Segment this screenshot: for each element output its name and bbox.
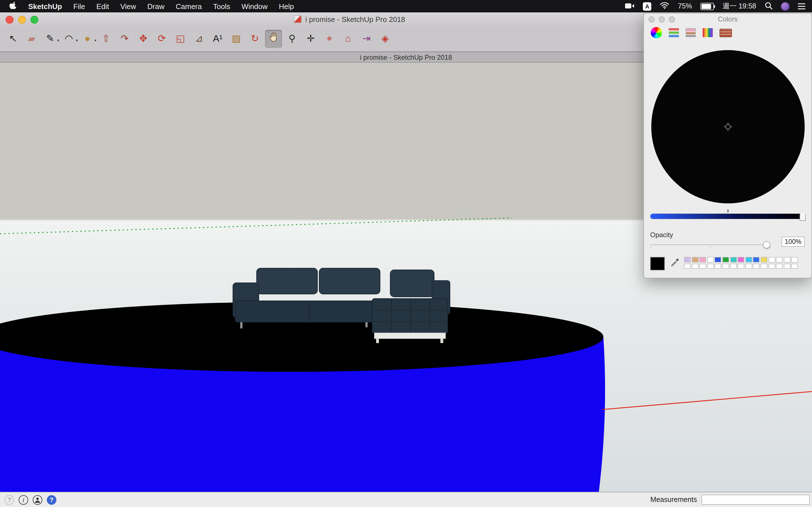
user-avatar[interactable] bbox=[781, 2, 790, 10]
color-wheel-tab-icon[interactable] bbox=[651, 27, 662, 38]
position-camera-tool[interactable]: ⌖ bbox=[321, 30, 338, 48]
color-swatch-2-7[interactable] bbox=[730, 263, 737, 269]
opacity-tick-left bbox=[650, 246, 651, 248]
color-swatch-2-15[interactable] bbox=[792, 263, 798, 269]
color-swatch-1-10[interactable] bbox=[753, 257, 760, 262]
color-swatch-1-5[interactable] bbox=[715, 257, 721, 262]
menu-file[interactable]: File bbox=[73, 2, 85, 10]
color-sliders-tab-icon[interactable] bbox=[669, 28, 679, 37]
arc-dropdown-caret[interactable]: ▾ bbox=[76, 38, 78, 43]
menu-camera[interactable]: Camera bbox=[175, 2, 202, 10]
scale-tool-icon: ◱ bbox=[176, 34, 185, 43]
color-swatch-2-3[interactable] bbox=[699, 263, 706, 269]
color-swatch-2-2[interactable] bbox=[692, 263, 698, 269]
3d-warehouse-tool[interactable]: ⌂ bbox=[340, 30, 356, 48]
push-pull-tool[interactable]: ⇧ bbox=[98, 30, 114, 48]
apple-icon[interactable] bbox=[9, 1, 17, 11]
color-swatch-1-1[interactable] bbox=[684, 257, 691, 262]
color-swatch-2-13[interactable] bbox=[776, 263, 783, 269]
orbit-tool[interactable]: ↻ bbox=[246, 30, 263, 48]
share-model-tool[interactable]: ◈ bbox=[377, 30, 394, 48]
menu-items: FileEditViewDrawCameraToolsWindowHelp bbox=[73, 2, 294, 10]
menu-view[interactable]: View bbox=[120, 2, 136, 10]
geolocation-help-icon[interactable]: ? bbox=[4, 495, 14, 504]
battery-icon[interactable] bbox=[700, 3, 714, 10]
eyedropper-icon[interactable] bbox=[669, 258, 679, 270]
opacity-slider-knob[interactable] bbox=[763, 241, 770, 248]
zoom-tool[interactable]: ⚲ bbox=[284, 30, 301, 48]
color-swatch-2-6[interactable] bbox=[722, 263, 729, 269]
select-tool[interactable]: ↖ bbox=[4, 30, 21, 48]
help-icon[interactable]: ? bbox=[47, 495, 56, 504]
opacity-slider[interactable] bbox=[650, 241, 770, 249]
current-color-well[interactable] bbox=[650, 257, 665, 270]
line-tool[interactable]: ✎▾ bbox=[42, 30, 59, 48]
color-swatch-1-15[interactable] bbox=[792, 257, 798, 262]
eraser-tool[interactable]: ▰ bbox=[23, 30, 40, 48]
color-swatch-1-14[interactable] bbox=[783, 257, 790, 262]
move-tool[interactable]: ✥ bbox=[135, 30, 152, 48]
textures-tab-icon[interactable] bbox=[719, 29, 732, 37]
colors-panel: Colors Opacity bbox=[644, 13, 812, 278]
menu-tools[interactable]: Tools bbox=[213, 2, 231, 10]
color-swatch-1-4[interactable] bbox=[707, 257, 714, 262]
follow-me-tool[interactable]: ↷ bbox=[116, 30, 133, 48]
menu-draw[interactable]: Draw bbox=[147, 2, 165, 10]
color-swatch-1-7[interactable] bbox=[730, 257, 737, 262]
paint-bucket-tool-icon: ▨ bbox=[232, 34, 241, 43]
wifi-icon[interactable] bbox=[660, 2, 669, 11]
distant-component-sprite[interactable] bbox=[462, 205, 472, 217]
measurements-input[interactable] bbox=[702, 495, 810, 505]
color-swatch-2-10[interactable] bbox=[753, 263, 760, 269]
brightness-slider[interactable] bbox=[650, 214, 805, 219]
color-swatch-2-4[interactable] bbox=[707, 263, 714, 269]
input-source-icon[interactable]: A bbox=[643, 2, 651, 10]
color-swatch-1-13[interactable] bbox=[776, 257, 783, 262]
screen: SketchUp FileEditViewDrawCameraToolsWind… bbox=[0, 0, 812, 507]
text-tool-icon: A¹ bbox=[213, 34, 222, 43]
paint-bucket-tool[interactable]: ▨ bbox=[228, 30, 245, 48]
arc-tool[interactable]: ◠▾ bbox=[60, 30, 77, 48]
menu-clock[interactable]: 週一 19:58 bbox=[722, 1, 756, 11]
rotate-tool[interactable]: ⟳ bbox=[153, 30, 170, 48]
video-camera-icon[interactable] bbox=[625, 2, 635, 10]
color-swatch-1-8[interactable] bbox=[738, 257, 744, 262]
scale-tool[interactable]: ◱ bbox=[172, 30, 189, 48]
menu-edit[interactable]: Edit bbox=[96, 2, 109, 10]
pan-tool[interactable] bbox=[265, 30, 282, 48]
color-swatch-2-11[interactable] bbox=[761, 263, 767, 269]
shapes-tool[interactable]: ●▾ bbox=[79, 30, 96, 48]
line-dropdown-caret[interactable]: ▾ bbox=[57, 38, 59, 43]
app-menu[interactable]: SketchUp bbox=[28, 2, 62, 10]
color-swatch-2-9[interactable] bbox=[746, 263, 752, 269]
menu-window[interactable]: Window bbox=[241, 2, 267, 10]
brightness-slider-center-tick bbox=[727, 210, 728, 212]
color-swatch-2-1[interactable] bbox=[684, 263, 691, 269]
color-swatch-2-5[interactable] bbox=[715, 263, 721, 269]
color-swatch-1-3[interactable] bbox=[699, 257, 706, 262]
brightness-slider-knob[interactable] bbox=[800, 212, 806, 221]
color-swatch-2-14[interactable] bbox=[783, 263, 790, 269]
colors-panel-title: Colors bbox=[644, 15, 811, 23]
opacity-value-field[interactable] bbox=[781, 237, 805, 247]
color-swatch-1-11[interactable] bbox=[761, 257, 767, 262]
pencils-tab-icon[interactable] bbox=[703, 28, 713, 37]
tape-measure-tool[interactable]: ⊿ bbox=[191, 30, 207, 48]
model-info-icon[interactable]: i bbox=[18, 495, 28, 504]
color-swatch-1-12[interactable] bbox=[768, 257, 775, 262]
color-swatch-1-2[interactable] bbox=[692, 257, 698, 262]
notification-list-icon[interactable] bbox=[798, 3, 805, 9]
menu-help[interactable]: Help bbox=[279, 2, 294, 10]
zoom-extents-tool[interactable]: ✛ bbox=[302, 30, 319, 48]
color-wheel[interactable] bbox=[651, 50, 805, 203]
text-tool[interactable]: A¹ bbox=[209, 30, 226, 48]
color-swatch-2-12[interactable] bbox=[768, 263, 775, 269]
sign-in-icon[interactable] bbox=[33, 495, 42, 504]
color-swatch-1-9[interactable] bbox=[746, 257, 752, 262]
color-palettes-tab-icon[interactable] bbox=[686, 28, 696, 37]
color-swatch-2-8[interactable] bbox=[738, 263, 744, 269]
color-swatch-1-6[interactable] bbox=[722, 257, 729, 262]
send-to-layout-tool[interactable]: ⇥ bbox=[358, 30, 375, 48]
spotlight-icon[interactable] bbox=[765, 1, 772, 11]
shapes-dropdown-caret[interactable]: ▾ bbox=[94, 38, 96, 43]
